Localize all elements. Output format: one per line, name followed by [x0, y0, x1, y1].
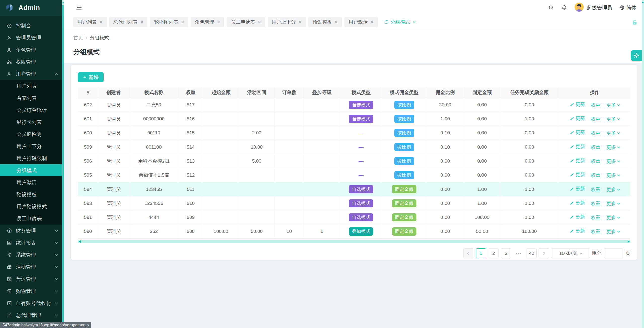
weight-link[interactable]: 权重	[591, 214, 600, 221]
weight-link[interactable]: 权重	[591, 116, 600, 122]
weight-link[interactable]: 权重	[591, 144, 600, 151]
app-logo[interactable]: Admin	[0, 0, 64, 16]
more-link[interactable]: 更多	[606, 116, 620, 122]
sidebar-item-report-stats[interactable]: 统计报表	[0, 237, 64, 249]
update-link[interactable]: 更新	[570, 143, 585, 150]
tab-close-icon[interactable]: ×	[371, 20, 374, 24]
more-link[interactable]: 更多	[606, 200, 620, 207]
table-row[interactable]: 591 管理员 4444 509 自选模式 固定金额 0.00 100.00 1…	[78, 210, 630, 224]
update-link[interactable]: 更新	[570, 171, 585, 178]
tab-close-icon[interactable]: ×	[258, 20, 261, 24]
weight-link[interactable]: 权重	[591, 186, 600, 193]
next-page-button[interactable]	[539, 248, 549, 258]
unlock-icon[interactable]	[631, 19, 638, 27]
sidebar-subitem[interactable]: 预设模板	[0, 189, 64, 201]
sidebar-subitem[interactable]: 银行卡列表	[0, 116, 64, 128]
tab-close-icon[interactable]: ×	[140, 20, 143, 24]
sidebar-subitem[interactable]: 用户预设模式	[0, 201, 64, 213]
tab-close-icon[interactable]: ×	[181, 20, 184, 24]
tab-close-icon[interactable]: ×	[100, 20, 102, 24]
update-link[interactable]: 更新	[570, 115, 585, 122]
search-icon[interactable]	[548, 5, 554, 11]
table-row[interactable]: 600 管理员 00110 515 2.00 — 按比例 0.10 0.00 0…	[78, 126, 630, 140]
weight-link[interactable]: 权重	[591, 200, 600, 207]
tab-close-icon[interactable]: ×	[299, 20, 302, 24]
sidebar-collapse-button[interactable]	[76, 4, 82, 11]
tab[interactable]: 员工申请表 ×	[227, 17, 265, 27]
sidebar-subitem[interactable]: 用户列表	[0, 80, 64, 92]
sidebar-subitem[interactable]: 用户激活	[0, 176, 64, 189]
update-link[interactable]: 更新	[570, 157, 585, 164]
tab[interactable]: 分组模式 ×	[380, 17, 420, 27]
settings-panel-button[interactable]	[631, 50, 642, 61]
update-link[interactable]: 更新	[570, 185, 585, 192]
page-scrollbar[interactable]	[642, 0, 644, 328]
sidebar-item-shopping-mgmt[interactable]: 购物管理	[0, 285, 64, 297]
scroll-left-arrow-icon[interactable]	[79, 240, 81, 243]
sidebar-scrollbar[interactable]	[62, 0, 64, 328]
tab[interactable]: 用户列表 ×	[73, 17, 107, 27]
more-link[interactable]: 更多	[606, 158, 620, 165]
sidebar-item-finance-mgmt[interactable]: $ 财务管理	[0, 225, 64, 237]
sidebar-subitem[interactable]: 会员IP检测	[0, 128, 64, 140]
sidebar-item-user-mgmt[interactable]: 用户管理	[0, 68, 64, 80]
sidebar-subitem[interactable]: 用户打码限制	[0, 152, 64, 164]
scroll-right-arrow-icon[interactable]	[628, 240, 630, 243]
weight-link[interactable]: 权重	[591, 158, 600, 165]
page-button[interactable]: 2	[489, 248, 499, 258]
user-menu[interactable]: 超级管理员	[574, 2, 612, 13]
update-link[interactable]: 更新	[570, 200, 585, 206]
sidebar-item-activity-mgmt[interactable]: 活动管理	[0, 261, 64, 273]
update-link[interactable]: 更新	[570, 101, 585, 108]
add-button[interactable]: + 新增	[78, 72, 104, 82]
tab[interactable]: 预设模板 ×	[308, 17, 342, 27]
sidebar-item-own-account-payment[interactable]: ¥ 自有账号代收付	[0, 297, 64, 309]
more-link[interactable]: 更多	[606, 186, 620, 193]
sidebar-subitem[interactable]: 分组模式	[0, 164, 64, 176]
sidebar-item-admin-mgmt[interactable]: 管理员管理	[0, 32, 64, 44]
more-link[interactable]: 更多	[606, 130, 620, 136]
sidebar-item-dashboard[interactable]: 控制台	[0, 20, 64, 32]
sidebar-item-agent-mgmt[interactable]: 总代理管理	[0, 309, 64, 321]
page-button[interactable]: 42	[527, 248, 537, 258]
tab-close-icon[interactable]: ×	[217, 20, 220, 24]
jump-page-input[interactable]	[604, 248, 623, 258]
table-row[interactable]: 596 管理员 余额本金模式1 513 5.00 — 按比例 0.00 0.00…	[78, 154, 630, 168]
tab[interactable]: 角色管理 ×	[191, 17, 224, 27]
more-link[interactable]: 更多	[606, 102, 620, 108]
page-ellipsis[interactable]: ···	[514, 248, 524, 258]
sidebar-scrollbar-thumb[interactable]	[62, 5, 64, 328]
update-link[interactable]: 更新	[570, 214, 585, 220]
page-button[interactable]: 3	[501, 248, 511, 258]
tab[interactable]: 用户上下分 ×	[268, 17, 306, 27]
bell-icon[interactable]	[561, 5, 567, 11]
tab[interactable]: 用户激活 ×	[344, 17, 378, 27]
horizontal-scrollbar[interactable]	[78, 240, 630, 243]
more-link[interactable]: 更多	[606, 172, 620, 179]
weight-link[interactable]: 权重	[591, 130, 600, 136]
sidebar-item-permission-mgmt[interactable]: 权限管理	[0, 56, 64, 68]
breadcrumb-home[interactable]: 首页	[73, 35, 83, 41]
weight-link[interactable]: 权重	[591, 172, 600, 179]
page-button[interactable]: 1	[476, 248, 486, 258]
table-row[interactable]: 590 管理员 352 508 100.00 50.00 10 1 叠加模式 固…	[78, 224, 630, 239]
table-row[interactable]: 593 管理员 1234555 510 自选模式 固定金额 0.00 1.00 …	[78, 196, 630, 210]
more-link[interactable]: 更多	[606, 144, 620, 151]
page-size-select[interactable]: 10 条/页	[552, 248, 589, 258]
sidebar-item-role-mgmt[interactable]: 角色管理	[0, 44, 64, 56]
sidebar-subitem[interactable]: 用户上下分	[0, 140, 64, 152]
prev-page-button[interactable]	[463, 248, 473, 258]
table-row[interactable]: 602 管理员 二充50 517 自选模式 按比例 30.00 0.00 0.0…	[78, 98, 630, 112]
more-link[interactable]: 更多	[606, 228, 620, 235]
tab-close-icon[interactable]: ×	[335, 20, 338, 24]
table-row[interactable]: 599 管理员 001100 514 10.00 — 按比例 0.10 0.00…	[78, 140, 630, 154]
sidebar-subitem[interactable]: 员工申请表	[0, 213, 64, 225]
tab-close-icon[interactable]: ×	[413, 20, 416, 24]
sidebar-subitem[interactable]: 首充列表	[0, 92, 64, 104]
sidebar-subitem[interactable]: 会员订单统计	[0, 104, 64, 116]
tab[interactable]: 总代理列表 ×	[109, 17, 147, 27]
tab[interactable]: 轮播图列表 ×	[150, 17, 188, 27]
update-link[interactable]: 更新	[570, 129, 585, 136]
sidebar-item-operation-mgmt[interactable]: ¥ 营运管理	[0, 273, 64, 285]
weight-link[interactable]: 权重	[591, 102, 600, 108]
